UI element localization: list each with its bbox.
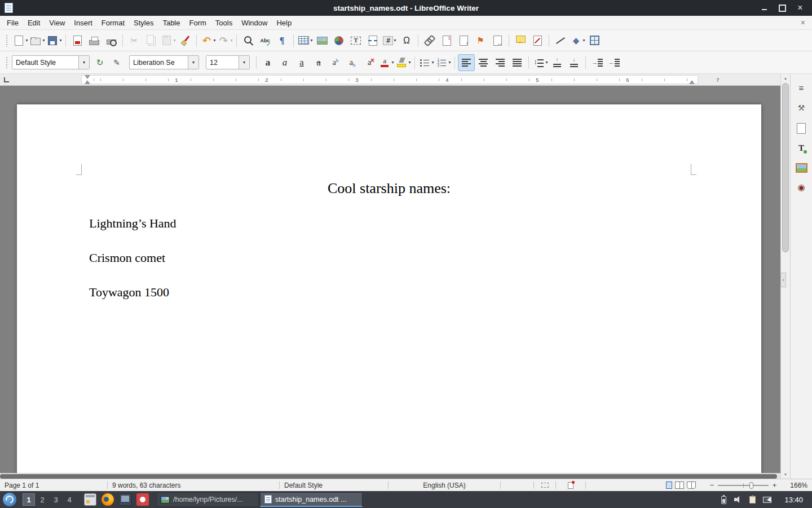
volume-icon[interactable] (734, 496, 742, 503)
dropdown-arrow-icon[interactable]: ▾ (394, 38, 396, 43)
terminal-launcher-icon[interactable] (119, 493, 131, 506)
justify-button[interactable] (509, 55, 525, 71)
unordered-list-button[interactable]: ▾ (418, 55, 434, 71)
insert-line-button[interactable] (553, 33, 568, 49)
insert-table-button[interactable]: ▾ (297, 33, 313, 49)
word-count-status[interactable]: 9 words, 63 characters (108, 479, 279, 491)
right-indent-marker[interactable] (689, 80, 695, 84)
clear-formatting-button[interactable] (361, 55, 377, 71)
insert-field-button[interactable]: #▾ (382, 33, 398, 49)
clock[interactable]: 13:40 (779, 496, 809, 504)
document-heading[interactable]: Cool starship names: (17, 180, 761, 197)
menu-form[interactable]: Form (184, 17, 210, 29)
editor-launcher-icon[interactable] (84, 493, 96, 506)
export-pdf-button[interactable] (69, 33, 85, 49)
zoom-in-icon[interactable]: + (771, 481, 778, 489)
battery-icon[interactable] (721, 496, 726, 504)
new-document-button[interactable]: ▾ (12, 33, 28, 49)
workspace-1-button[interactable]: 1 (23, 493, 35, 506)
toolbar-grip[interactable] (6, 34, 8, 47)
align-left-button[interactable] (458, 55, 474, 71)
sidebar-settings-button[interactable]: ≡ (793, 79, 810, 96)
dropdown-arrow-icon[interactable]: ▾ (545, 60, 548, 65)
cut-button[interactable]: ✂ (126, 33, 142, 49)
menu-window[interactable]: Window (237, 17, 272, 29)
highlight-color-button[interactable]: ▾ (395, 55, 411, 71)
horizontal-ruler[interactable]: 1234567 (0, 74, 780, 86)
page-tab-button[interactable] (793, 120, 810, 137)
left-indent-marker[interactable] (85, 80, 90, 84)
underline-button[interactable]: a (294, 55, 310, 71)
menu-tools[interactable]: Tools (211, 17, 237, 29)
properties-tab-button[interactable]: ⚒ (793, 99, 810, 116)
horizontal-scrollbar[interactable] (0, 473, 780, 479)
increase-indent-button[interactable] (589, 55, 605, 71)
paragraph-text[interactable]: Crismon comet (89, 240, 176, 275)
scroll-up-icon[interactable]: ▲ (781, 76, 790, 80)
firefox-launcher-icon[interactable] (102, 493, 114, 506)
insert-image-button[interactable] (314, 33, 330, 49)
dropdown-arrow-icon[interactable]: ▾ (230, 38, 232, 43)
language-status[interactable]: English (USA) (389, 479, 500, 491)
menu-styles[interactable]: Styles (129, 17, 158, 29)
dropdown-arrow-icon[interactable]: ▾ (42, 38, 45, 43)
insert-footnote-button[interactable] (439, 33, 454, 49)
update-style-button[interactable]: ↻ (92, 55, 108, 71)
menu-format[interactable]: Format (97, 17, 129, 29)
document-modified-indicator[interactable] (556, 479, 585, 491)
zoom-out-icon[interactable]: − (708, 481, 716, 489)
close-icon[interactable]: × (796, 4, 804, 12)
dropdown-arrow-icon[interactable]: ▾ (408, 60, 411, 65)
insert-page-break-button[interactable] (365, 33, 381, 49)
styles-tab-button[interactable]: T (793, 139, 810, 156)
print-preview-button[interactable] (103, 33, 119, 49)
menu-insert[interactable]: Insert (69, 17, 97, 29)
decrease-indent-button[interactable] (606, 55, 622, 71)
dropdown-arrow-icon[interactable]: ▾ (391, 60, 394, 65)
dropdown-arrow-icon[interactable]: ▾ (582, 38, 585, 43)
bold-button[interactable]: a (260, 55, 276, 71)
navigator-tab-button[interactable]: ◉ (793, 179, 810, 196)
multi-page-view-icon[interactable] (675, 481, 684, 489)
dropdown-arrow-icon[interactable]: ▾ (448, 60, 451, 65)
vertical-scrollbar[interactable]: ▲ › ▼ (780, 74, 790, 479)
gallery-tab-button[interactable] (793, 159, 810, 176)
show-draw-functions-button[interactable] (586, 33, 602, 49)
find-replace-button[interactable] (240, 33, 256, 49)
formatting-marks-button[interactable]: ¶ (274, 33, 290, 49)
workspace-3-button[interactable]: 3 (50, 493, 62, 506)
print-button[interactable] (86, 33, 102, 49)
font-size-combo[interactable]: 12 ▾ (206, 55, 250, 69)
media-launcher-icon[interactable] (136, 493, 149, 506)
increase-paragraph-spacing-button[interactable] (549, 55, 565, 71)
menu-view[interactable]: View (45, 17, 69, 29)
align-center-button[interactable] (475, 55, 491, 71)
vertical-scrollbar-thumb[interactable] (782, 83, 789, 252)
save-button[interactable]: ▾ (46, 33, 62, 49)
font-name-dropdown-icon[interactable]: ▾ (188, 56, 198, 69)
insert-hyperlink-button[interactable] (422, 33, 438, 49)
insert-mode-indicator[interactable] (501, 479, 533, 491)
page-style-status[interactable]: Default Style (280, 479, 388, 491)
new-style-button[interactable]: ✎ (109, 55, 125, 71)
zoom-track[interactable] (718, 485, 769, 486)
toolbar-grip[interactable] (6, 56, 8, 69)
horizontal-scrollbar-thumb[interactable] (0, 474, 777, 479)
dropdown-arrow-icon[interactable]: ▾ (25, 38, 28, 43)
minimize-icon[interactable] (760, 4, 768, 12)
insert-comment-button[interactable] (513, 33, 528, 49)
single-page-view-icon[interactable] (666, 481, 672, 489)
clipboard-tray-icon[interactable] (749, 496, 756, 503)
basic-shapes-button[interactable]: ◆▾ (570, 33, 585, 49)
insert-special-character-button[interactable]: Ω (399, 33, 414, 49)
paragraph-style-combo[interactable]: Default Style ▾ (12, 55, 90, 69)
tab-stop-selector-icon[interactable] (4, 77, 9, 82)
scroll-down-icon[interactable]: ▼ (781, 472, 790, 476)
dropdown-arrow-icon[interactable]: ▾ (310, 38, 312, 43)
italic-button[interactable]: a (277, 55, 293, 71)
restore-icon[interactable] (778, 4, 786, 12)
undo-button[interactable]: ↶▾ (200, 33, 216, 49)
decrease-paragraph-spacing-button[interactable] (566, 55, 582, 71)
copy-button[interactable] (143, 33, 159, 49)
dropdown-arrow-icon[interactable]: ▾ (59, 38, 61, 43)
